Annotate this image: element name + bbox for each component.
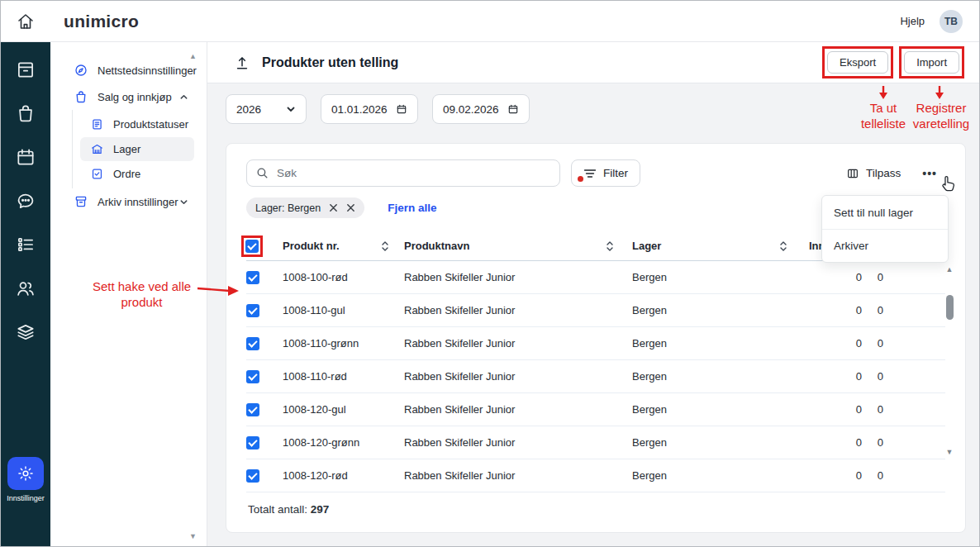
filter-button[interactable]: Filter: [571, 159, 640, 187]
filter-chip-label: Lager: Bergen: [255, 202, 321, 214]
sort-icon[interactable]: [606, 240, 614, 253]
users-icon[interactable]: [15, 278, 36, 299]
settings-label: Innstillinger: [7, 494, 45, 502]
select-all-checkbox[interactable]: [245, 240, 259, 253]
home-button[interactable]: [14, 10, 37, 33]
filter-icon: [583, 168, 597, 179]
sidebar-item-label: Lager: [113, 143, 140, 155]
table-row[interactable]: 1008-120-gulRabben Skifeller JuniorBerge…: [246, 393, 945, 426]
checklist-icon[interactable]: [15, 234, 36, 255]
sidebar-item-label: Ordre: [113, 168, 140, 180]
row-checkbox[interactable]: [246, 436, 259, 449]
cell-lager: Bergen: [632, 304, 809, 316]
date-from-input[interactable]: 01.01.2026: [321, 94, 418, 124]
table-row[interactable]: 1008-100-rødRabben Skifeller JuniorBerge…: [246, 261, 945, 294]
cell-produkt-nr: 1008-120-grønn: [283, 436, 404, 449]
row-checkbox[interactable]: [246, 271, 259, 284]
sidebar-item-lager[interactable]: Lager: [80, 137, 194, 161]
menu-item-arkiver[interactable]: Arkiver: [822, 229, 948, 262]
sidebar-item-ordre[interactable]: Ordre: [80, 162, 194, 186]
cell-produkt-nr: 1008-110-grønn: [283, 337, 404, 350]
table-toolbar: Filter Tilpass •••: [246, 159, 945, 187]
product-table: Produkt nr. Produktnavn Lager Inn: [246, 231, 945, 492]
row-checkbox[interactable]: [246, 370, 259, 383]
cell-inn-value-2: 0: [862, 337, 883, 350]
shopping-bag-icon[interactable]: [15, 102, 36, 124]
chevron-down-icon: [286, 104, 296, 114]
cell-produktnavn: Rabben Skifeller Junior: [404, 271, 632, 283]
cell-inn-value-2: 0: [862, 304, 883, 316]
sort-icon[interactable]: [779, 240, 787, 253]
close-icon[interactable]: [346, 203, 355, 212]
row-checkbox[interactable]: [246, 403, 259, 416]
clipboard-check-icon: [90, 167, 104, 181]
import-button[interactable]: Import: [904, 51, 959, 74]
brand-logo: unimicro: [64, 12, 139, 31]
column-header-produkt-nr: Produkt nr.: [283, 240, 340, 252]
remove-chip-icon[interactable]: [329, 203, 338, 212]
help-link[interactable]: Hjelp: [900, 15, 925, 27]
sidebar-item-produktstatuser[interactable]: Produktstatuser: [80, 112, 194, 136]
table-row[interactable]: 1008-110-grønnRabben Skifeller JuniorBer…: [246, 327, 945, 360]
more-actions-button[interactable]: •••: [922, 167, 937, 180]
cell-inn-value-2: 0: [862, 469, 883, 482]
cell-lager: Bergen: [632, 403, 809, 416]
table-row[interactable]: 1008-110-gulRabben Skifeller JuniorBerge…: [246, 294, 945, 327]
tilpass-button-label: Tilpass: [866, 167, 901, 179]
date-to-input[interactable]: 09.02.2026: [432, 94, 530, 124]
scrollbar-thumb[interactable]: [946, 295, 954, 320]
tilpass-button[interactable]: Tilpass: [846, 167, 901, 180]
sidenav-scroll-down[interactable]: ▼: [189, 532, 197, 540]
scroll-down-arrow[interactable]: ▼: [946, 449, 954, 456]
cell-inn-value-2: 0: [862, 403, 883, 416]
menu-item-sett-til-null-lager[interactable]: Sett til null lager: [822, 196, 948, 229]
document-icon: [90, 117, 104, 131]
page-title: Produkter uten telling: [262, 55, 398, 70]
year-select[interactable]: 2026: [226, 94, 307, 124]
scroll-up-arrow[interactable]: ▲: [946, 266, 954, 274]
archive-icon: [74, 194, 88, 209]
cell-inn-value-1: 0: [809, 271, 862, 283]
cell-inn-value-1: 0: [809, 469, 862, 482]
row-checkbox[interactable]: [246, 469, 259, 483]
icon-rail: Innstillinger: [1, 42, 50, 547]
cell-inn-value-2: 0: [862, 271, 883, 283]
row-checkbox[interactable]: [246, 337, 259, 350]
settings-button[interactable]: [7, 457, 44, 490]
more-actions-menu: Sett til null lager Arkiver: [821, 195, 949, 263]
sidebar-item-nettstedsinnstillinger[interactable]: Nettstedsinnstillinger: [50, 57, 207, 83]
avatar[interactable]: TB: [940, 10, 963, 33]
cell-produktnavn: Rabben Skifeller Junior: [404, 337, 632, 350]
layers-icon[interactable]: [15, 321, 36, 343]
cell-produktnavn: Rabben Skifeller Junior: [404, 469, 632, 482]
sidebar-subgroup: Produktstatuser Lager Ordre: [72, 110, 207, 188]
sidebar-item-salg-og-innkjop[interactable]: Salg og innkjøp: [50, 83, 207, 110]
table-row[interactable]: 1008-110-rødRabben Skifeller JuniorBerge…: [246, 360, 945, 393]
row-checkbox[interactable]: [246, 304, 259, 317]
cell-produktnavn: Rabben Skifeller Junior: [404, 304, 632, 316]
chevron-up-icon: [179, 93, 188, 102]
search-input[interactable]: [277, 167, 551, 179]
cell-produktnavn: Rabben Skifeller Junior: [404, 370, 632, 383]
sort-icon[interactable]: [381, 240, 389, 253]
table-row[interactable]: 1008-120-grønnRabben Skifeller JuniorBer…: [246, 426, 945, 459]
cell-produktnavn: Rabben Skifeller Junior: [404, 436, 632, 449]
archive-box-icon[interactable]: [15, 59, 36, 80]
clear-all-filters-link[interactable]: Fjern alle: [388, 202, 436, 214]
calendar-icon[interactable]: [15, 146, 36, 168]
search-box: [246, 159, 560, 187]
sidebar-item-label: Arkiv innstillinger: [98, 196, 178, 208]
cell-inn-value-1: 0: [809, 304, 862, 316]
export-button[interactable]: Eksport: [827, 51, 888, 74]
chat-icon[interactable]: [15, 190, 36, 212]
table-row[interactable]: 1008-120-rødRabben Skifeller JuniorBerge…: [246, 459, 945, 492]
cell-inn-value-1: 0: [809, 436, 862, 449]
checkbox-annotation-box: [241, 235, 263, 257]
cell-produkt-nr: 1008-110-rød: [283, 370, 404, 383]
total-value: 297: [311, 503, 330, 516]
year-select-value: 2026: [236, 103, 261, 116]
app-window: unimicro Hjelp TB Innstillinger ▲ Net: [0, 0, 980, 547]
sidebar-item-arkiv-innstillinger[interactable]: Arkiv innstillinger: [50, 188, 207, 215]
filter-button-label: Filter: [603, 167, 628, 179]
cell-inn-value-1: 0: [809, 370, 862, 383]
